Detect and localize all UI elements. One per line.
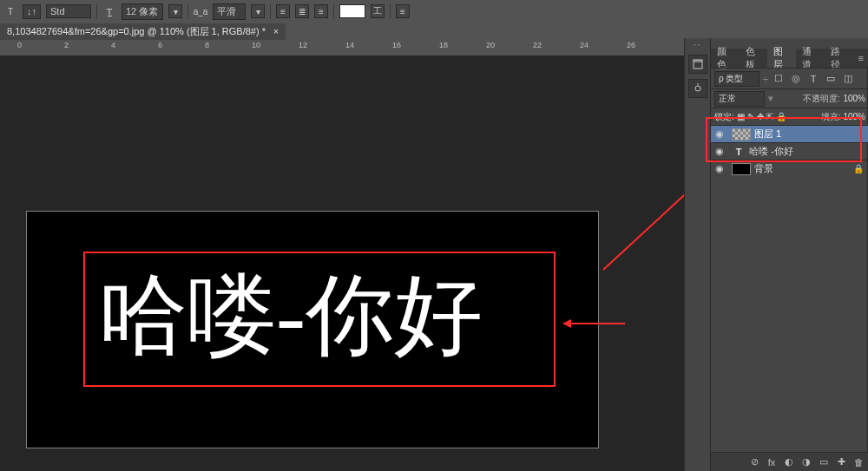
align-right-icon[interactable]: ≡ [314, 4, 328, 18]
lock-pixels-icon[interactable]: ▦ [737, 112, 745, 121]
anti-alias-step-icon[interactable]: ▾ [251, 4, 265, 18]
filter-pixel-icon[interactable]: ☐ [772, 73, 786, 84]
character-panel-icon[interactable]: ≡ [396, 4, 410, 18]
adjustment-layer-icon[interactable]: ◑ [799, 455, 813, 469]
layers-panel: 颜色 色板 图层 通道 路径 ≡ ρ 类型 ÷ ☐ ◎ T ▭ ◫ 正常 ▾ 不… [710, 38, 868, 471]
visibility-eye-icon[interactable]: ◉ [711, 163, 728, 174]
text-layer-icon: T [732, 146, 746, 158]
anti-alias-field[interactable]: 平滑 [213, 3, 246, 20]
history-panel-icon[interactable] [688, 55, 707, 74]
opacity-value[interactable]: 100% [843, 94, 865, 103]
layer-kind-select[interactable]: ρ 类型 [714, 71, 760, 87]
align-center-icon[interactable]: ≣ [295, 4, 309, 18]
ruler: 0 2 4 6 8 10 12 14 16 18 20 22 24 26 [0, 40, 684, 56]
filter-smart-icon[interactable]: ◫ [841, 73, 855, 84]
close-document-icon[interactable]: × [273, 27, 279, 36]
lock-all-icon[interactable]: 🔒 [776, 112, 786, 121]
layer-name[interactable]: 背景 [754, 162, 773, 175]
text-color-swatch[interactable] [339, 4, 365, 18]
annotation-arrow-horizontal [562, 317, 625, 330]
layer-row[interactable]: ◉ T 哈喽 -你好 [711, 142, 868, 160]
layer-row[interactable]: ◉ 背景 🔒 [711, 160, 868, 177]
filter-shape-icon[interactable]: ▭ [824, 73, 838, 84]
properties-panel-icon[interactable] [688, 79, 707, 98]
blend-mode-select[interactable]: 正常 [714, 91, 765, 107]
delete-layer-icon[interactable]: 🗑 [852, 455, 865, 469]
lock-paint-icon[interactable]: ✎ [747, 112, 754, 121]
layers-list: ◉ 图层 1 ◉ T 哈喽 -你好 ◉ 背景 🔒 [711, 125, 868, 177]
align-left-icon[interactable]: ≡ [276, 4, 290, 18]
font-family-field[interactable]: Std [46, 4, 91, 18]
lock-position-icon[interactable]: ✥ [757, 112, 764, 121]
layer-thumb-icon [732, 128, 751, 141]
layers-panel-footer: ⊘ fx ◐ ◑ ▭ ✚ 🗑 [711, 452, 868, 471]
work-area: 0 2 4 6 8 10 12 14 16 18 20 22 24 26 哈喽-… [0, 40, 684, 471]
filter-text-icon[interactable]: T [806, 74, 820, 84]
lock-label: 锁定: [714, 111, 734, 123]
document-tab-bar: 8,1034827694&fm=26&gp=0.jpg @ 110% (图层 1… [0, 23, 286, 40]
document-tab[interactable]: 8,1034827694&fm=26&gp=0.jpg @ 110% (图层 1… [0, 23, 286, 40]
options-bar: T ↓↑ Std T̲ 12 像素 ▾ a_a 平滑 ▾ ≡ ≣ ≡ 工 ≡ [0, 0, 868, 23]
lock-artboard-icon[interactable]: ⇱ [766, 112, 773, 121]
collapsed-panel-column: ·· [684, 38, 710, 471]
lock-icon: 🔒 [853, 164, 864, 173]
layer-mask-icon[interactable]: ◐ [782, 455, 796, 469]
new-group-icon[interactable]: ▭ [817, 455, 831, 469]
layer-style-icon[interactable]: fx [765, 455, 779, 469]
text-tool-icon: T [3, 4, 17, 18]
visibility-eye-icon[interactable]: ◉ [711, 128, 728, 140]
blend-mode-row: 正常 ▾ 不透明度: 100% [711, 88, 868, 108]
orientation-toggle-icon[interactable]: ↓↑ [23, 4, 41, 19]
fill-label: 填充: [821, 111, 841, 123]
layer-thumb-icon [732, 163, 751, 175]
panel-drag-handle-icon[interactable]: ·· [685, 38, 710, 49]
document-tab-title: 8,1034827694&fm=26&gp=0.jpg @ 110% (图层 1… [7, 26, 266, 36]
anti-alias-icon: a_a [194, 4, 207, 18]
svg-rect-5 [694, 60, 702, 62]
font-size-icon: T̲ [102, 4, 116, 18]
link-layers-icon[interactable]: ⊘ [747, 455, 761, 469]
lock-row: 锁定: ▦ ✎ ✥ ⇱ 🔒 填充: 100% [711, 108, 868, 125]
svg-point-6 [695, 86, 700, 91]
new-layer-icon[interactable]: ✚ [834, 455, 848, 469]
annotation-red-box-canvas [83, 252, 556, 387]
panel-tabs: 颜色 色板 图层 通道 路径 ≡ [711, 49, 868, 68]
layer-row[interactable]: ◉ 图层 1 [711, 125, 868, 142]
panel-menu-icon[interactable]: ≡ [853, 53, 868, 63]
layer-name[interactable]: 图层 1 [754, 128, 781, 141]
layer-name[interactable]: 哈喽 -你好 [749, 145, 793, 158]
visibility-eye-icon[interactable]: ◉ [711, 146, 728, 157]
svg-marker-1 [562, 319, 571, 328]
font-size-field[interactable]: 12 像素 [122, 3, 163, 20]
layer-filter-row: ρ 类型 ÷ ☐ ◎ T ▭ ◫ [711, 68, 868, 88]
fill-value[interactable]: 100% [843, 112, 865, 121]
warp-text-icon[interactable]: 工 [371, 4, 385, 18]
filter-adjust-icon[interactable]: ◎ [789, 73, 803, 84]
opacity-label: 不透明度: [803, 93, 840, 105]
size-step-down-icon[interactable]: ▾ [168, 4, 182, 18]
